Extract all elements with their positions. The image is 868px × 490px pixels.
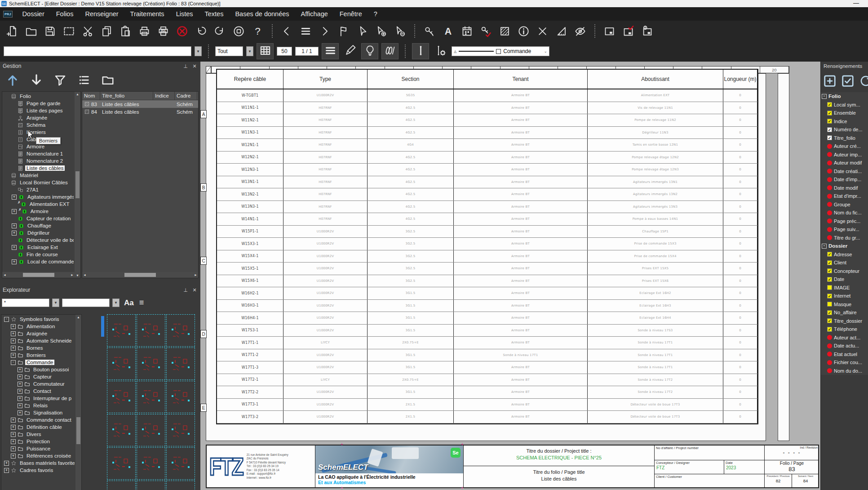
symbol-cell[interactable] xyxy=(107,447,136,480)
key-button[interactable] xyxy=(421,23,437,39)
field-no-affaire[interactable]: ✓No_affaire xyxy=(821,308,868,317)
symbols-tree-item-alimentation[interactable]: +Alimentation xyxy=(2,323,75,330)
prev-button[interactable] xyxy=(279,23,295,39)
expander-icon[interactable]: + xyxy=(11,353,16,358)
symbol-search-select[interactable] xyxy=(62,298,110,307)
expander-icon[interactable]: + xyxy=(18,389,22,394)
check-box-button[interactable] xyxy=(841,74,855,88)
symbols-tree-item-commutateur[interactable]: +Commutateur xyxy=(2,380,75,388)
expander-icon[interactable]: + xyxy=(11,418,16,423)
folio-tree-item-sch-ma[interactable]: Schéma xyxy=(3,121,74,129)
print-button[interactable] xyxy=(137,23,152,39)
menu-item-[interactable]: ? xyxy=(368,7,383,21)
drawing-canvas[interactable]: 1234567891011121314151617181920 ABCDE Re… xyxy=(200,61,821,490)
field-internet[interactable]: ✓Internet xyxy=(821,292,868,300)
expander-icon[interactable]: + xyxy=(11,339,16,343)
symbols-tree-vscrollbar[interactable]: ▲▼ xyxy=(75,315,81,490)
expander-icon[interactable]: + xyxy=(12,195,17,200)
field-masque[interactable]: Masque xyxy=(821,300,868,309)
filter-input[interactable] xyxy=(4,46,191,56)
checkbox-checked-icon[interactable]: ✓ xyxy=(827,102,832,107)
column-header-indice[interactable]: Indice xyxy=(153,92,175,100)
window-dot-button[interactable] xyxy=(602,23,617,39)
symbols-tree-item-r-f-rences-crois-e[interactable]: +Références croisée xyxy=(2,452,75,459)
collapse-icon[interactable]: - xyxy=(822,94,827,99)
folio-tree-item-27a1[interactable]: 27A1 xyxy=(3,186,74,193)
checkbox-checked-icon[interactable]: ✓ xyxy=(827,277,832,282)
folio-tree-item-alimentation-ext[interactable]: ✗Alimentation EXT xyxy=(3,200,74,208)
scope-dropdown-button[interactable]: ▼ xyxy=(246,46,253,56)
folio-tree-item-mat-riel[interactable]: Matériel xyxy=(3,172,74,179)
list3-button[interactable] xyxy=(298,23,314,39)
folio-tree-item-agitateurs-immerg-s[interactable]: +Agitateurs immergés xyxy=(3,193,74,200)
sync-button[interactable] xyxy=(859,74,868,88)
paste-button[interactable] xyxy=(118,23,133,39)
menu-item-dossier[interactable]: Dossier xyxy=(17,7,50,21)
window-check-button[interactable] xyxy=(620,23,636,39)
checkbox-checked-icon[interactable]: ✓ xyxy=(827,111,832,116)
measure-button[interactable] xyxy=(554,23,569,39)
folio-tree-vscrollbar[interactable]: ▲▼ xyxy=(75,92,80,278)
field-etat-d-impr[interactable]: Etat d'impr... xyxy=(821,192,868,200)
expander-icon[interactable]: + xyxy=(12,209,17,214)
expander-icon[interactable]: + xyxy=(11,439,16,444)
field-num-ro-de[interactable]: ✓Numéro de... xyxy=(821,125,868,134)
expander-icon[interactable]: - xyxy=(11,360,16,365)
grid-button[interactable] xyxy=(257,43,274,59)
list-view-button[interactable] xyxy=(76,72,92,88)
cancel-button[interactable] xyxy=(174,23,190,39)
pointer-zoom-in-button[interactable] xyxy=(373,23,389,39)
folio-tree-item-fin-de-course[interactable]: Fin de course xyxy=(3,251,74,258)
expander-icon[interactable]: + xyxy=(18,410,22,415)
symbol-cell[interactable] xyxy=(107,481,136,490)
checkbox-checked-icon[interactable]: ✓ xyxy=(827,294,832,298)
expander-icon[interactable]: + xyxy=(11,331,16,336)
symbols-tree-item-bouton-poussoi[interactable]: +Bouton poussoi xyxy=(2,366,75,373)
folio-tree-item-chauffage[interactable]: +Chauffage xyxy=(3,222,74,229)
symbol-cell[interactable] xyxy=(137,381,165,413)
checkbox-checked-icon[interactable]: ✓ xyxy=(827,268,832,273)
layers-button[interactable] xyxy=(322,43,339,59)
grid-size-field[interactable]: 50 xyxy=(277,47,292,56)
expander-icon[interactable]: + xyxy=(18,396,22,401)
pencil-button[interactable] xyxy=(342,44,358,59)
symbol-cell[interactable] xyxy=(107,347,136,380)
field-titre-dossier[interactable]: ✓Titre_dossier xyxy=(821,317,868,325)
folio-tree-item-araign-e[interactable]: Araignée xyxy=(3,114,74,121)
scope-select[interactable]: Tout xyxy=(215,46,243,56)
field-image[interactable]: IMAGE xyxy=(821,284,868,292)
symbols-tree-item-commande-contact[interactable]: +Commande contact xyxy=(2,416,75,423)
field-page-suiv[interactable]: Page suiv... xyxy=(821,225,868,234)
checkbox-checked-icon[interactable]: ✓ xyxy=(827,119,832,124)
symbols-tree-item-automate-schneide[interactable]: +Automate Schneide xyxy=(2,337,75,344)
symbols-tree-item-symboles-favoris[interactable]: -Symboles favoris xyxy=(2,316,75,323)
expander-icon[interactable]: + xyxy=(4,461,9,466)
menu-item-fen-tre[interactable]: Fenêtre xyxy=(334,7,368,21)
column-header-cadre[interactable]: Cadre xyxy=(175,92,197,100)
info-button[interactable] xyxy=(516,23,531,39)
expander-icon[interactable]: + xyxy=(11,425,16,430)
symbol-cell[interactable] xyxy=(166,347,195,380)
symbols-tree-item-cadres-favoris[interactable]: +Cadres favoris xyxy=(2,467,75,474)
selection-handle-icon[interactable]: + xyxy=(461,487,464,490)
field-date-cr-ati[interactable]: Date créati... xyxy=(821,167,868,176)
symbols-tree-item-protection[interactable]: +Protection xyxy=(2,438,75,445)
symbol-cell[interactable] xyxy=(107,414,136,446)
field-adresse[interactable]: ✓Adresse xyxy=(821,250,868,259)
checkbox-checked-icon[interactable]: ✓ xyxy=(827,127,832,132)
field-indice[interactable]: ✓Indice xyxy=(821,117,868,126)
redo-button[interactable] xyxy=(212,23,228,39)
page-indicator-field[interactable]: 1 / 1 xyxy=(295,47,319,56)
checkbox-checked-icon[interactable]: ✓ xyxy=(827,260,832,265)
expander-icon[interactable]: + xyxy=(12,245,17,250)
selection-handle-icon[interactable]: + xyxy=(461,443,464,446)
expander-icon[interactable]: + xyxy=(11,324,16,329)
print-pdf-button[interactable]: PDF xyxy=(155,23,171,39)
folio-tree-item-nomenclature-1[interactable]: Nomenclature 1 xyxy=(3,150,74,157)
lamp-button[interactable] xyxy=(361,43,378,59)
line-style-select[interactable]: ◬ Commande ⌄ xyxy=(452,46,549,56)
folio-tree-hscrollbar[interactable]: ◄► xyxy=(2,272,75,278)
arrow-down-button[interactable] xyxy=(28,72,44,88)
expander-icon[interactable]: + xyxy=(18,374,22,379)
symbol-cell[interactable] xyxy=(137,347,165,380)
